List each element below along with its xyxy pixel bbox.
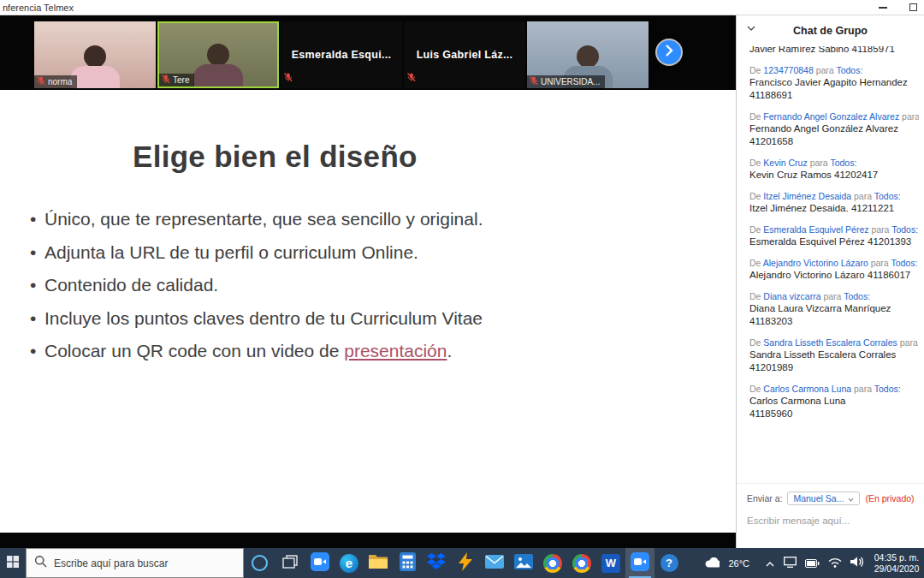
wifi-icon[interactable]: [828, 556, 842, 571]
zoom-app-button[interactable]: [305, 548, 335, 578]
chat-sender-link[interactable]: Carlos Carmona Luna: [763, 384, 851, 394]
label-de: De: [749, 291, 761, 301]
minimize-button[interactable]: [879, 7, 887, 9]
participant-tile[interactable]: UNIVERSIDA...: [527, 21, 649, 88]
weather-temperature[interactable]: 26°C: [728, 558, 749, 569]
chat-sender-link[interactable]: 1234770848: [763, 65, 813, 75]
participant-tile[interactable]: norma: [34, 21, 156, 88]
task-view-button[interactable]: [275, 548, 305, 578]
chat-message-header: De Alejandro Victorino Lázaro para Todos…: [749, 258, 919, 268]
video-strip: norma Tere Esmeralda Esqui...: [34, 21, 649, 88]
chat-message: De 1234770848 para Todos: Francisco Javi…: [749, 65, 919, 102]
chat-message: De Sandra Lisseth Escalera Corrales para…: [749, 337, 919, 374]
lightning-app-button[interactable]: [451, 548, 480, 578]
start-button[interactable]: [0, 548, 26, 578]
chat-target-link[interactable]: Todos:: [891, 258, 917, 268]
chat-sender-link[interactable]: Alejandro Victorino Lázaro: [763, 258, 868, 268]
chrome-app-button-2[interactable]: [567, 548, 596, 578]
label-para: para: [823, 291, 841, 301]
weather-cloud-icon[interactable]: [705, 556, 720, 571]
private-badge: (En privado): [865, 493, 914, 504]
chat-sender-link[interactable]: Fernando Angel Gonzalez Alvarez: [763, 111, 899, 122]
chat-sender-link[interactable]: Kevin Cruz: [763, 158, 807, 168]
photos-app-button[interactable]: [509, 548, 538, 578]
taskbar-search[interactable]: [26, 548, 244, 578]
mic-muted-icon: [37, 76, 45, 87]
label-para: para: [854, 191, 872, 201]
chat-message-list[interactable]: Javier Ramírez Sabino 41185971 De 123477…: [737, 46, 924, 483]
chat-sender-link[interactable]: Esmeralda Esquivel Pérez: [763, 224, 868, 235]
mail-icon: [485, 555, 504, 572]
chat-footer: Enviar a: Manuel Sa... (En privado): [737, 483, 924, 548]
chat-sender-link[interactable]: Itzel Jiménez Desaida: [763, 191, 851, 201]
help-app-button[interactable]: ?: [654, 548, 684, 578]
recipient-value: Manuel Sa...: [793, 493, 844, 504]
presentation-hyperlink[interactable]: presentación: [344, 341, 447, 361]
chevron-down-icon[interactable]: [747, 26, 755, 31]
chat-message-header: De Itzel Jiménez Desaida para Todos:: [749, 191, 919, 201]
label-de: De: [749, 224, 761, 235]
monitor-icon[interactable]: [784, 556, 797, 571]
participant-tile[interactable]: Luis Gabriel Láz...: [404, 21, 525, 88]
edge-app-button[interactable]: e: [335, 548, 364, 578]
chevron-up-icon[interactable]: [765, 556, 775, 571]
slide-bullet: Contenido de calidad.: [30, 269, 697, 302]
dropbox-icon: [427, 553, 446, 574]
next-participants-button[interactable]: [657, 40, 681, 64]
window-title: nferencia Telmex: [0, 3, 879, 13]
cortana-button[interactable]: [244, 548, 275, 578]
chat-target-link[interactable]: Todos:: [830, 158, 856, 168]
label-de: De: [749, 191, 761, 201]
chat-target-link[interactable]: Todos:: [874, 384, 901, 394]
calculator-icon: [400, 552, 416, 575]
taskbar-clock[interactable]: 04:35 p. m. 29/04/2020: [873, 552, 921, 574]
chrome-app-button[interactable]: [538, 548, 567, 578]
search-input[interactable]: [54, 557, 225, 569]
chat-message-body: Esmeralda Esquivel Pérez 41201393: [749, 235, 919, 248]
participant-tile-active-speaker[interactable]: Tere: [157, 21, 279, 88]
lightning-icon: [459, 552, 472, 575]
mail-app-button[interactable]: [480, 548, 509, 578]
chat-message: De Kevin Cruz para Todos: Kevin Cruz Ram…: [749, 158, 919, 182]
chat-message: Javier Ramírez Sabino 41185971: [749, 46, 919, 56]
chat-target-link[interactable]: Todos:: [891, 224, 918, 235]
volume-icon[interactable]: [850, 556, 864, 571]
chat-message-body: Javier Ramírez Sabino 41185971: [749, 46, 919, 56]
calculator-app-button[interactable]: [393, 548, 422, 578]
dropbox-app-button[interactable]: [422, 548, 451, 578]
recipient-dropdown[interactable]: Manuel Sa...: [787, 492, 860, 505]
chat-sender-link[interactable]: Sandra Lisseth Escalera Corrales: [763, 337, 897, 348]
participant-tile[interactable]: Esmeralda Esqui...: [281, 21, 402, 88]
word-app-button[interactable]: W: [596, 548, 625, 578]
slide-bullet: Incluye los puntos claves dentro de tu C…: [30, 302, 697, 336]
zoom-app-button-active[interactable]: [625, 548, 654, 578]
battery-icon[interactable]: [805, 556, 820, 571]
chat-message-header: De Carlos Carmona Luna para Todos:: [749, 384, 919, 394]
chat-message-header: De 1234770848 para Todos:: [749, 65, 919, 75]
chat-target-link[interactable]: Todos:: [836, 65, 862, 75]
chat-header: Chat de Grupo: [737, 15, 924, 46]
participant-label: norma: [34, 75, 77, 88]
chat-target-link[interactable]: Todos:: [874, 191, 901, 201]
mic-muted-icon: [284, 70, 293, 86]
chat-message-body: Itzel Jiménez Desaida. 41211221: [749, 202, 919, 215]
chat-message-input[interactable]: [747, 515, 915, 526]
help-icon: ?: [660, 554, 678, 572]
file-explorer-button[interactable]: [364, 548, 393, 578]
system-tray: 26°C 04:35 p. m. 29/04/2020: [705, 548, 924, 578]
screen-share-area: norma Tere Esmeralda Esqui...: [0, 15, 736, 548]
chat-sender-link[interactable]: Diana vizcarra: [763, 291, 820, 301]
maximize-button[interactable]: [909, 3, 917, 11]
search-icon: [34, 555, 47, 571]
chat-target-link[interactable]: Todos:: [844, 291, 870, 301]
label-para: para: [871, 224, 889, 235]
folder-icon: [369, 554, 388, 573]
mic-muted-icon: [162, 74, 170, 86]
clock-time: 04:35 p. m.: [874, 552, 920, 563]
task-view-icon: [282, 555, 298, 572]
taskbar: e: [0, 548, 924, 578]
chat-message-header: De Sandra Lisseth Escalera Corrales para…: [749, 337, 919, 348]
chat-message: De Diana vizcarra para Todos: Diana Laur…: [749, 291, 919, 328]
video-camera-icon: [311, 552, 329, 575]
chat-message-body: Sandra Lisseth Escalera Corrales 4120198…: [749, 349, 919, 374]
